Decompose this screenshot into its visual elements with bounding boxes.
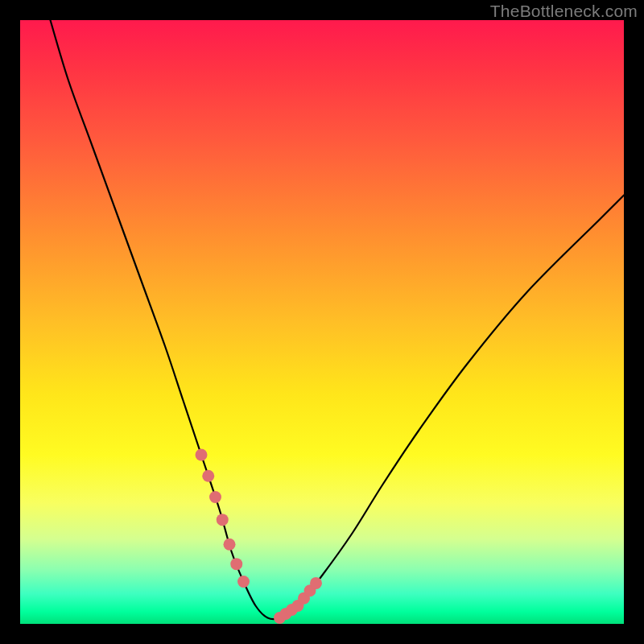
curve-layer [20, 20, 624, 624]
bottleneck-curve-path [51, 20, 625, 619]
highlight-dot [217, 514, 229, 526]
highlight-dot [209, 491, 221, 503]
highlight-dot [224, 539, 236, 551]
plot-area [20, 20, 624, 624]
highlight-dot [310, 577, 322, 589]
highlight-dot [202, 470, 214, 482]
outer-frame: TheBottleneck.com [0, 0, 644, 644]
highlight-dots [196, 449, 323, 625]
highlight-dot [230, 558, 242, 570]
watermark-text: TheBottleneck.com [490, 2, 638, 21]
highlight-dot [237, 576, 250, 588]
highlight-dot [196, 449, 208, 461]
